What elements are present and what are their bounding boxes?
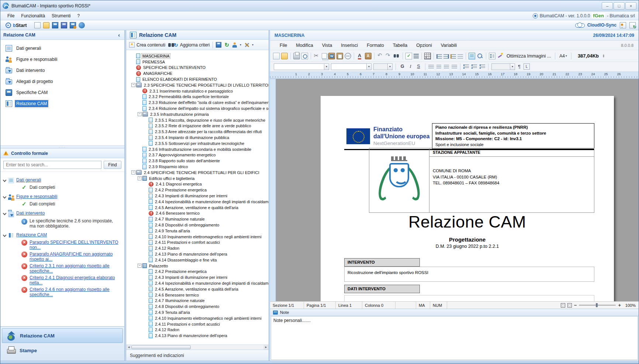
tree-item[interactable]: SPECIFICHE DELL'INTERVENTO [126, 65, 269, 71]
tree-item[interactable]: 2.4.9 Tenuta all'aria [126, 228, 269, 234]
sidebar-item-relazione-cam[interactable]: Relazione CAM [0, 98, 124, 109]
tree-item[interactable]: 2.3.7 Approvvigionamento energetico [126, 152, 269, 158]
separator[interactable] [486, 53, 486, 59]
tree-item[interactable]: ANAGRAFICHE [126, 70, 269, 76]
cloud-sync-icon[interactable] [575, 22, 584, 28]
document-area[interactable]: 12345678910111213141516 Finanziato dall'… [270, 79, 639, 301]
editor-menu-item[interactable]: Vista [318, 42, 337, 49]
tree-item[interactable]: 2.3.1 Inserimento naturalistico e paesag… [126, 88, 269, 94]
tree-item[interactable]: 2.4.1 Diagnosi energetica [126, 181, 269, 187]
zoom-out-button[interactable]: − [574, 302, 577, 308]
save-icon[interactable] [216, 42, 221, 48]
paste-icon[interactable] [336, 53, 343, 59]
cloud-sync-label[interactable]: CloudIO-Sync [587, 22, 616, 28]
controllo-group-dati-generali[interactable]: Dati generali [3, 177, 121, 183]
tree-item[interactable]: 2.3.5.1 Raccolta, depurazione e riuso de… [126, 117, 269, 123]
controllo-status-info[interactable]: Le specifiche tecniche 2.6 sono impostat… [3, 219, 121, 229]
underline-button[interactable]: S [415, 63, 422, 70]
undo-icon[interactable] [377, 53, 384, 59]
indent-increase-icon[interactable] [443, 54, 449, 59]
tree-item[interactable]: 2.4.5 Aerazione, ventilazione e qualità … [126, 205, 269, 211]
tree-item[interactable]: 2.4.9 Tenuta all'aria [126, 309, 269, 315]
separator[interactable] [311, 53, 311, 59]
tree-item[interactable]: 2.3.5.2 Rete di irrigazione delle aree a… [126, 123, 269, 129]
sidebar-item-dati-intervento[interactable]: Dati intervento [0, 65, 124, 76]
show-paragraph-marks-button[interactable]: ¶ [517, 64, 522, 69]
tree-item[interactable]: 2.4.12 Radon [126, 327, 269, 333]
optimize-images-button[interactable]: Ottimizza Immagini ... [507, 53, 551, 59]
tools-menu-button[interactable] [244, 42, 253, 48]
tree-item[interactable]: 2.4.4 Ispezionabilità e manutenzione deg… [126, 199, 269, 205]
tree-item[interactable]: 2.4.10 Inquinamento elettromagnetico neg… [126, 315, 269, 321]
fit-width-icon[interactable] [567, 303, 572, 308]
menu-item[interactable]: ? [74, 12, 83, 20]
tree-item[interactable]: 2.3.3 Riduzione dell'effetto “isola di c… [126, 100, 269, 105]
separator[interactable] [421, 53, 422, 59]
spin-control[interactable]: ▲▼ [602, 54, 605, 58]
scroll-right-arrow[interactable]: ► [263, 345, 269, 350]
layout-box-button[interactable]: L [524, 63, 530, 70]
menu-item[interactable]: File [4, 12, 18, 20]
controllo-status-error[interactable]: Paragrafo SPECIFICHE DELL'INTERVENTO non… [3, 240, 121, 250]
new-document-icon[interactable] [273, 53, 280, 59]
editor-menu-item[interactable]: Inserisci [336, 42, 362, 49]
tree-item[interactable]: 2.4.5 Aerazione, ventilazione e qualità … [126, 286, 269, 292]
align-center-icon[interactable] [436, 65, 441, 69]
paragraph-block-icon[interactable] [436, 54, 442, 59]
bold-button[interactable]: G [399, 63, 406, 70]
controllo-status-error[interactable]: Criterio 2.3.1 non aggiornato rispetto a… [3, 263, 121, 274]
panel-splitter[interactable]: ···· [0, 145, 124, 149]
tree-item[interactable]: ELENCO ELABORATI DI RIFERIMENTO [126, 76, 269, 82]
zoom-slider-thumb[interactable] [596, 303, 598, 307]
aggiorna-criteri-button[interactable]: ↻ Aggiorna criteri [174, 42, 210, 48]
document-page[interactable]: Finanziato dall'Unione europea NextGener… [321, 96, 614, 301]
paper-size-select[interactable]: A4 [558, 53, 569, 59]
numbered-list-icon[interactable] [472, 65, 477, 69]
tree-item[interactable]: 2.4.6 Benessere termico [126, 211, 269, 216]
collapse-sidebar-button[interactable]: ‹ [117, 32, 121, 38]
tree-item[interactable]: 2.4.10 Inquinamento elettromagnetico neg… [126, 234, 269, 240]
editor-menu-item[interactable]: Opzioni [412, 42, 436, 49]
scrollbar-thumb[interactable] [131, 345, 191, 349]
maximize-button[interactable]: □ [614, 2, 625, 10]
paste-format-icon[interactable] [365, 53, 372, 59]
bottomnav-relazione-cam[interactable]: Relazione CAM [2, 328, 123, 343]
chevron-down-icon[interactable] [3, 233, 7, 237]
fields-list-icon[interactable] [414, 54, 419, 59]
tree-item[interactable]: 2.4 SPECIFICHE TECNICHE PROGETTUALI PER … [126, 170, 269, 176]
controllo-group-dati-intervento[interactable]: Dati intervento [3, 211, 121, 217]
tree-item[interactable]: 2.4.6 Benessere termico [126, 292, 269, 298]
optimize-wand-icon[interactable] [497, 53, 504, 59]
font-icon[interactable] [357, 53, 363, 59]
minimize-button[interactable]: – [602, 2, 613, 10]
scroll-left-arrow[interactable]: ◄ [126, 345, 131, 350]
note-content[interactable]: Note personali....... [271, 316, 638, 360]
separator[interactable] [434, 53, 434, 59]
reload-icon[interactable]: ↻ [224, 42, 229, 48]
tree-item[interactable]: 2.4.7 Illuminazione naturale [126, 298, 269, 304]
italic-button[interactable]: I [407, 63, 414, 70]
close-button[interactable]: × [625, 2, 636, 10]
bottomnav-stampe[interactable]: Stampe [2, 343, 123, 358]
tree-item[interactable]: 2.4.8 Dispositivi di ombreggiamento [126, 222, 269, 228]
crea-contenuti-button[interactable]: Crea contenuti [129, 42, 165, 48]
validate-document-icon[interactable] [405, 53, 412, 59]
bullet-list-icon[interactable] [463, 65, 469, 69]
separator[interactable] [354, 53, 354, 59]
search-input[interactable] [3, 161, 101, 169]
controllo-group-relazione-cam[interactable]: Relazione CAM [3, 232, 121, 238]
tree-item[interactable]: 2.3.4 Riduzione dell'impatto sul sistema… [126, 105, 269, 111]
editor-menu-item[interactable]: File [275, 42, 291, 49]
redo-icon[interactable] [385, 53, 392, 59]
tree-item[interactable]: 2.3.2 Permeabilità della superficie terr… [126, 94, 269, 100]
find-button[interactable]: Find [104, 161, 121, 169]
zoom-slider[interactable] [579, 305, 616, 306]
tree-item[interactable]: Palazzetto [126, 263, 269, 269]
help-icon[interactable] [79, 22, 85, 28]
horizontal-ruler[interactable]: 1234567891011121314151617181920212223242… [270, 72, 639, 79]
tree-item[interactable]: 2.3.6 Infrastrutturazione secondaria e m… [126, 146, 269, 152]
controllo-status-error[interactable]: Paragrafo ANAGRAFICHE non aggiornato ris… [3, 252, 121, 262]
zoom-in-button[interactable]: + [618, 302, 621, 308]
tree-item[interactable]: 2.4.14 Disassemblaggio e fine vita [126, 257, 269, 263]
tree-item[interactable]: MASCHERINA [126, 53, 269, 59]
